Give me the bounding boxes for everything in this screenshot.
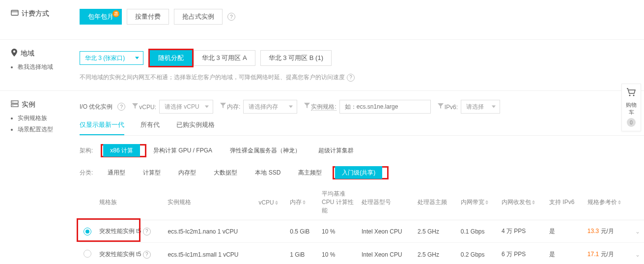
cat-general[interactable]: 通用型 (101, 166, 132, 180)
help-icon[interactable]: ? (143, 251, 151, 259)
zone-random[interactable]: 随机分配 (150, 50, 192, 66)
row-radio[interactable] (84, 228, 91, 235)
cell-bw: 0.2 Gbps (457, 243, 498, 264)
instance-sub-scenario[interactable]: 场景配置选型 (18, 125, 80, 134)
table-row[interactable]: 突发性能实例 t5 ?ecs.t5-lc2m1.nano 1 vCPU0.5 G… (80, 220, 644, 243)
cell-price: 17.1 元/月 (584, 243, 631, 264)
cell-bw: 0.1 Gbps (457, 220, 498, 243)
instance-table: 规格族 实例规格 vCPU 内存 平均基准 CPU 计算性能 处理器型号 处理器… (80, 185, 644, 264)
cat-entry[interactable]: 入门级(共享) (335, 166, 382, 179)
svg-point-5 (12, 105, 13, 106)
vcpu-select[interactable]: 请选择 vCPU (159, 100, 213, 114)
svg-rect-2 (11, 101, 18, 103)
spec-input[interactable] (339, 100, 431, 114)
help-icon[interactable]: ? (143, 228, 151, 235)
cart-widget[interactable]: 购物车 0 (621, 84, 641, 131)
cell-ipv6: 是 (545, 243, 584, 264)
svg-rect-3 (11, 104, 18, 107)
svg-point-7 (633, 95, 635, 96)
cell-family: 突发性能实例 t5 ? (95, 243, 164, 264)
tab-all[interactable]: 所有代 (140, 120, 160, 134)
highlight-zone: 随机分配 (148, 49, 194, 67)
cell-perf: 10 % (318, 220, 358, 243)
discount-badge-icon: 惠 (112, 10, 119, 17)
sort-icon[interactable] (485, 200, 488, 205)
io-opt-label: I/O 优化实例 (80, 103, 112, 111)
cell-price: 13.3 元/月 (584, 220, 631, 243)
highlight-arch: x86 计算 (101, 144, 146, 157)
arch-hpc[interactable]: 超级计算集群 (311, 144, 361, 158)
instance-label-text: 实例 (22, 100, 35, 109)
th-price[interactable]: 规格参考价 (584, 185, 631, 220)
sort-icon[interactable] (303, 200, 306, 205)
cat-memory[interactable]: 内存型 (171, 166, 203, 180)
cat-bigdata[interactable]: 大数据型 (207, 166, 244, 180)
cell-freq: 2.5 GHz (414, 243, 457, 264)
cat-compute[interactable]: 计算型 (136, 166, 168, 180)
th-bw[interactable]: 内网带宽 (457, 185, 498, 220)
th-mem[interactable]: 内存 (286, 185, 318, 220)
cell-ipv6: 是 (545, 220, 584, 243)
vcpu-filter-label: vCPU: (132, 103, 156, 111)
billing-option-payg[interactable]: 按量付费 (127, 9, 169, 25)
zone-a[interactable]: 华北 3 可用区 A (194, 50, 255, 66)
region-help-link[interactable]: 教我选择地域 (18, 63, 80, 71)
help-icon[interactable]: ? (227, 13, 235, 21)
sort-icon[interactable] (618, 200, 621, 205)
tab-purchased[interactable]: 已购实例规格 (176, 120, 215, 134)
region-hint: 不同地域的实例之间内网互不相通；选择靠近您客户的地域，可降低网络时延、提高您客户… (80, 73, 644, 82)
row-radio[interactable] (84, 250, 91, 258)
instance-sub-family[interactable]: 实例规格族 (18, 114, 80, 122)
tab-latest[interactable]: 仅显示最新一代 (80, 120, 124, 135)
sort-icon[interactable] (275, 201, 278, 205)
billing-option-yearly[interactable]: 包年包月 惠 (80, 9, 122, 25)
th-vcpu[interactable]: vCPU (254, 185, 286, 220)
th-freq: 处理器主频 (414, 185, 457, 220)
cell-freq: 2.5 GHz (414, 220, 457, 243)
svg-point-6 (629, 95, 631, 96)
cell-cpu: Intel Xeon CPU (358, 220, 414, 243)
cell-pps: 4 万 PPS (498, 220, 545, 243)
cart-count: 0 (627, 118, 636, 127)
instance-label: 实例 (11, 100, 80, 109)
spec-filter-label: 实例规格: (304, 103, 336, 111)
region-label-text: 地域 (21, 49, 34, 58)
ipv6-select[interactable]: 请选择 (461, 100, 500, 114)
funnel-icon (304, 103, 310, 109)
cat-highfreq[interactable]: 高主频型 (291, 166, 329, 180)
region-select[interactable]: 华北 3 (张家口) (80, 51, 143, 65)
cell-mem: 0.5 GiB (286, 220, 318, 243)
cell-cpu: Intel Xeon CPU (358, 243, 414, 264)
th-perf: 平均基准 CPU 计算性能 (318, 185, 358, 220)
cat-ssd[interactable]: 本地 SSD (248, 166, 287, 180)
cell-spec: ecs.t5-lc1m1.small 1 vCPU (164, 243, 254, 264)
cart-label: 购物车 (624, 101, 639, 116)
th-pps[interactable]: 内网收发包 (498, 185, 545, 220)
help-icon[interactable]: ? (347, 74, 355, 82)
cell-spec: ecs.t5-lc2m1.nano 1 vCPU (164, 220, 254, 243)
chevron-down-icon[interactable]: ⌄ (635, 251, 640, 258)
cart-icon (624, 88, 639, 99)
billing-label-text: 计费方式 (22, 9, 49, 18)
cell-mem: 1 GiB (286, 243, 318, 264)
billing-opt0-text: 包年包月 (88, 12, 113, 21)
chevron-down-icon[interactable]: ⌄ (635, 228, 640, 235)
highlight-cat: 入门级(共享) (333, 166, 389, 179)
th-ipv6: 支持 IPv6 (545, 185, 584, 220)
zone-b[interactable]: 华北 3 可用区 B (1) (260, 50, 332, 66)
card-icon (11, 9, 19, 18)
funnel-icon (438, 103, 444, 109)
arch-hetero[interactable]: 异构计算 GPU / FPGA (146, 144, 219, 158)
th-cpu: 处理器型号 (358, 185, 414, 220)
ipv6-filter-label: IPv6: (438, 103, 458, 111)
cell-pps: 6 万 PPS (498, 243, 545, 264)
region-label: 地域 (11, 49, 80, 58)
mem-select[interactable]: 请选择内存 (243, 100, 297, 114)
server-icon (11, 100, 19, 109)
arch-bare[interactable]: 弹性裸金属服务器（神龙） (223, 144, 308, 158)
help-icon[interactable]: ? (117, 103, 125, 111)
table-row[interactable]: 突发性能实例 t5 ?ecs.t5-lc1m1.small 1 vCPU1 Gi… (80, 243, 644, 264)
billing-option-spot[interactable]: 抢占式实例 (174, 9, 223, 25)
arch-x86[interactable]: x86 计算 (103, 144, 140, 157)
sort-icon[interactable] (532, 200, 535, 205)
